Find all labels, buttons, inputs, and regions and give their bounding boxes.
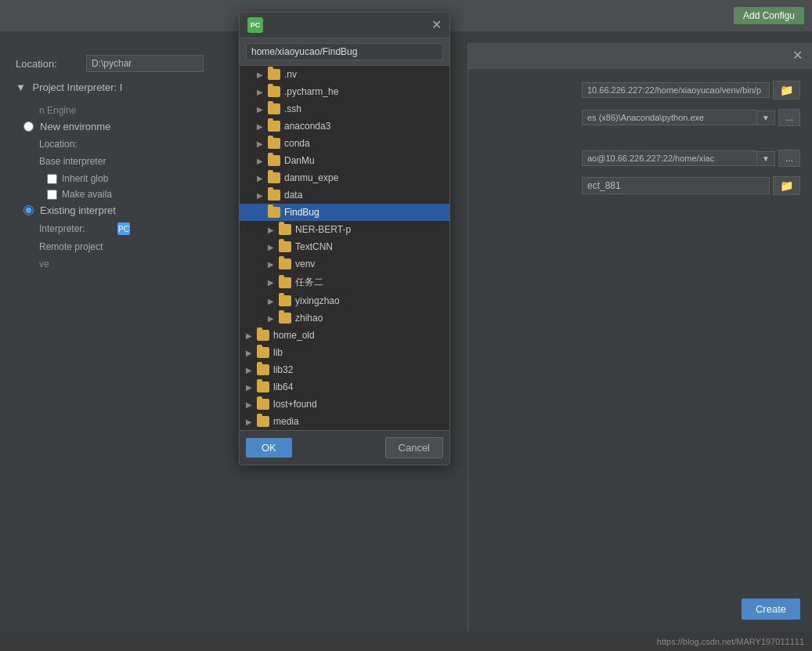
- file-tree-label-pycharm_he: .pycharm_he: [284, 86, 338, 97]
- folder-icon-task2: [279, 277, 291, 288]
- file-tree-item-findbug[interactable]: FindBug: [240, 204, 449, 221]
- file-tree-item-ner-bert[interactable]: ▶NER-BERT-p: [240, 221, 449, 238]
- file-tree-item-lib32[interactable]: ▶lib32: [240, 361, 449, 378]
- file-tree-label-nv: .nv: [284, 69, 297, 80]
- ps-bottom: Create: [742, 599, 800, 620]
- file-tree-item-data[interactable]: ▶data: [240, 186, 449, 204]
- project-interpreter-title: Project Interpreter: I: [33, 81, 123, 93]
- file-tree-label-findbug: FindBug: [284, 207, 319, 218]
- folder-icon-textcnn: [279, 241, 291, 252]
- ps-interpreter-input[interactable]: [582, 82, 770, 98]
- file-tree-item-nv[interactable]: ▶.nv: [240, 66, 449, 83]
- file-tree-item-task2[interactable]: ▶任务二: [240, 273, 449, 292]
- file-tree-arrow-ner-bert: ▶: [268, 226, 279, 234]
- ps-remote-project-input[interactable]: [582, 177, 770, 194]
- file-tree-label-lib64: lib64: [273, 382, 293, 392]
- file-tree-arrow-pycharm_he: ▶: [257, 88, 268, 96]
- file-tree-item-lib64[interactable]: ▶lib64: [240, 378, 449, 396]
- file-tree-label-anaconda3: anaconda3: [284, 121, 330, 132]
- file-dialog-ok-button[interactable]: OK: [246, 438, 292, 458]
- file-tree-arrow-venv: ▶: [268, 260, 279, 269]
- bottom-url: https://blog.csdn.net/MARY197011111: [657, 637, 804, 646]
- file-tree-label-lost+found: lost+found: [273, 399, 317, 410]
- ps-base-interp-browse-button[interactable]: ...: [778, 109, 800, 126]
- folder-icon-home_old: [257, 330, 269, 341]
- file-tree-item-yixingzhao[interactable]: ▶yixingzhao: [240, 292, 449, 309]
- file-tree-arrow-danmu_exp: ▶: [257, 174, 268, 183]
- file-tree-arrow-danmu: ▶: [257, 157, 268, 165]
- file-tree-label-lib32: lib32: [273, 364, 293, 375]
- file-tree-label-task2: 任务二: [295, 276, 323, 289]
- file-dialog-close-button[interactable]: ✕: [431, 19, 442, 31]
- ps-existing-dropdown-button[interactable]: ▼: [757, 151, 775, 166]
- file-tree-item-lib[interactable]: ▶lib: [240, 344, 449, 361]
- file-tree-label-textcnn: TextCNN: [295, 241, 333, 252]
- base-interp-label: Base interpreter: [39, 156, 133, 167]
- file-tree-item-textcnn[interactable]: ▶TextCNN: [240, 238, 449, 255]
- ps-base-interp-input[interactable]: [582, 110, 757, 125]
- folder-icon-lost+found: [257, 399, 269, 410]
- file-tree-item-venv[interactable]: ▶venv: [240, 255, 449, 273]
- file-tree-item-danmu_exp[interactable]: ▶danmu_expe: [240, 169, 449, 186]
- file-tree-arrow-lib64: ▶: [246, 383, 257, 392]
- inherit-label: Inherit glob: [62, 173, 108, 184]
- ps-remote-project-browse-button[interactable]: 📁: [773, 176, 800, 195]
- folder-icon-anaconda3: [268, 121, 280, 132]
- folder-icon-ssh: [268, 103, 280, 114]
- file-tree-item-pycharm_he[interactable]: ▶.pycharm_he: [240, 83, 449, 100]
- ps-interpreter-browse-button[interactable]: 📁: [773, 81, 800, 99]
- file-tree-item-lost+found[interactable]: ▶lost+found: [240, 396, 449, 413]
- file-tree-label-conda: conda: [284, 138, 310, 149]
- ps-base-interp-row: ▼ ...: [480, 109, 800, 126]
- ps-remote-project-row: 📁: [480, 176, 800, 195]
- location-input[interactable]: [86, 55, 204, 72]
- file-tree-item-anaconda3[interactable]: ▶anaconda3: [240, 118, 449, 135]
- file-tree-item-zhihao[interactable]: ▶zhihao: [240, 309, 449, 327]
- folder-icon-lib: [257, 347, 269, 358]
- file-path-input[interactable]: [246, 43, 443, 60]
- project-settings-overlay: ✕ 📁 ▼ ... ▼ ...: [467, 43, 812, 631]
- file-tree-item-danmu[interactable]: ▶DanMu: [240, 152, 449, 169]
- file-tree-label-venv: venv: [295, 259, 315, 269]
- folder-icon-lib32: [257, 364, 269, 375]
- inherit-checkbox[interactable]: [47, 174, 57, 184]
- file-tree-arrow-anaconda3: ▶: [257, 122, 268, 131]
- ps-existing-row: ▼ ...: [480, 150, 800, 167]
- ps-base-interp-dropdown-button[interactable]: ▼: [757, 110, 775, 125]
- file-tree-item-media[interactable]: ▶media: [240, 413, 449, 430]
- ps-existing-browse-button[interactable]: ...: [778, 150, 800, 167]
- folder-icon-conda: [268, 138, 280, 149]
- existing-interp-radio[interactable]: [23, 205, 34, 215]
- location2-label: Location:: [39, 139, 133, 150]
- file-tree-arrow-ssh: ▶: [257, 105, 268, 114]
- make-avail-checkbox[interactable]: [47, 190, 57, 200]
- make-avail-label: Make availa: [62, 189, 112, 200]
- ps-existing-input[interactable]: [582, 150, 757, 166]
- ps-content: 📁 ▼ ... ▼ ... 📁: [468, 69, 812, 216]
- file-tree-label-lib: lib: [273, 347, 283, 358]
- file-dialog-footer: OK Cancel: [240, 430, 449, 465]
- folder-icon-pycharm_he: [268, 86, 280, 97]
- ps-close-button[interactable]: ✕: [792, 49, 803, 62]
- file-dialog-titlebar: PC ✕: [240, 13, 449, 38]
- file-tree-arrow-lost+found: ▶: [246, 400, 257, 409]
- create-button[interactable]: Create: [742, 599, 800, 620]
- folder-icon-danmu: [268, 155, 280, 166]
- file-dialog-cancel-button[interactable]: Cancel: [385, 437, 443, 458]
- file-tree-item-home_old[interactable]: ▶home_old: [240, 327, 449, 344]
- file-tree-label-danmu: DanMu: [284, 155, 315, 166]
- file-tree-arrow-task2: ▶: [268, 278, 279, 287]
- file-tree-arrow-media: ▶: [246, 418, 257, 426]
- new-env-radio[interactable]: [23, 121, 34, 132]
- add-config-button[interactable]: Add Configu: [734, 7, 804, 24]
- folder-icon-data: [268, 190, 280, 201]
- file-tree-label-ner-bert: NER-BERT-p: [295, 224, 351, 235]
- interpreter-label: Interpreter:: [39, 223, 117, 234]
- file-tree-item-ssh[interactable]: ▶.ssh: [240, 100, 449, 118]
- folder-icon-venv: [279, 259, 291, 269]
- file-tree-item-conda[interactable]: ▶conda: [240, 135, 449, 152]
- folder-icon-media: [257, 416, 269, 427]
- file-tree-arrow-lib: ▶: [246, 349, 257, 357]
- folder-icon-findbug: [268, 207, 280, 218]
- file-tree-label-ssh: .ssh: [284, 103, 301, 114]
